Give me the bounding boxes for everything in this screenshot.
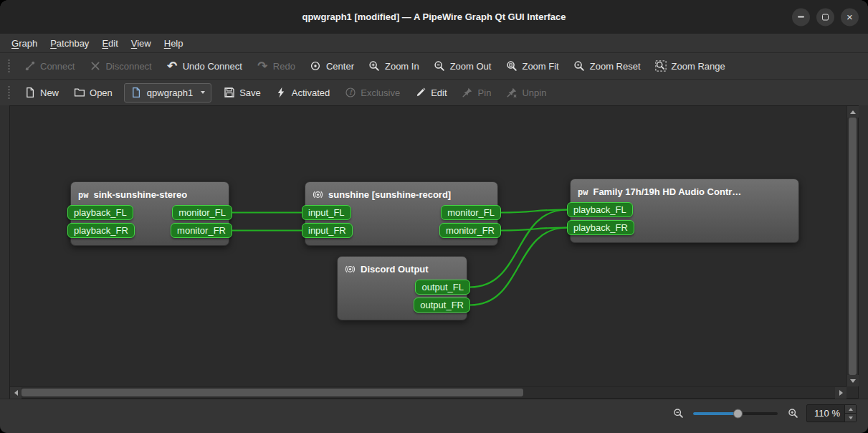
pipewire-icon: pw [578,187,588,197]
connect-icon [24,60,36,72]
scroll-up-button[interactable] [847,106,859,118]
menubar: GraphPatchbayEditViewHelp [0,34,868,52]
spin-buttons [844,405,856,422]
record-icon [313,189,323,200]
pencil-icon [414,87,426,99]
preset-file-icon [130,87,143,99]
port-out-monitor_FR[interactable]: monitor_FR [171,223,232,238]
graph-view-frame: pwsink-sunshine-stereoplayback_FLmonitor… [9,105,859,399]
zoom-reset-icon [573,60,586,72]
port-in-playback_FL[interactable]: playback_FL [67,205,133,220]
vertical-scrollbar[interactable] [846,106,858,386]
node-header: pwFamily 17h/19h HD Audio Contr… [571,183,798,201]
close-button[interactable]: × [841,8,859,26]
titlebar[interactable]: qpwgraph1 [modified] — A PipeWire Graph … [0,0,868,34]
new-button[interactable]: New [16,82,66,103]
node-header: Discord Output [338,260,467,278]
node-title: Discord Output [361,264,429,275]
window-controls: × [792,8,859,26]
node-sink[interactable]: pwsink-sunshine-stereoplayback_FLmonitor… [70,181,229,246]
zoom-out-icon [434,60,446,72]
zoom-out-small-button[interactable] [672,407,685,420]
graph-toolbar: Connect Disconnect ↶ Undo Connect ↷ Redo… [0,52,868,79]
save-icon [223,87,235,99]
spin-up-button[interactable] [845,405,856,413]
node-family[interactable]: pwFamily 17h/19h HD Audio Contr…playback… [570,179,799,243]
connect-button[interactable]: Connect [16,55,82,77]
graph-canvas[interactable]: pwsink-sunshine-stereoplayback_FLmonitor… [10,106,846,386]
zoom-value[interactable]: 110 % [807,405,844,422]
maximize-icon [822,14,829,20]
zoom-out-button[interactable]: Zoom Out [426,55,499,77]
zoom-slider[interactable] [693,412,778,415]
scroll-down-button[interactable] [847,375,859,386]
zoom-in-icon [368,60,381,72]
arrow-up-icon [850,110,856,114]
port-in-playback_FR[interactable]: playback_FR [567,220,634,235]
main-area: pwsink-sunshine-stereoplayback_FLmonitor… [0,105,868,399]
close-icon: × [846,11,853,22]
center-button[interactable]: Center [302,55,361,77]
disconnect-button[interactable]: Disconnect [82,55,158,77]
pipewire-icon: pw [78,190,88,200]
menu-patchbay[interactable]: Patchbay [44,37,95,50]
edit-toggle[interactable]: Edit [407,82,454,103]
menu-view[interactable]: View [125,37,157,50]
node-header: sunshine [sunshine-record] [305,186,497,204]
scroll-right-button[interactable] [835,387,846,399]
horizontal-scrollbar[interactable] [10,386,846,398]
unpin-button[interactable]: Unpin [498,82,553,103]
record-icon [345,264,356,275]
port-out-monitor_FL[interactable]: monitor_FL [172,205,232,220]
zoom-in-small-button[interactable] [786,407,799,420]
node-discord[interactable]: Discord Outputoutput_FLoutput_FR [337,256,467,320]
center-icon [310,60,322,72]
zoom-slider-handle[interactable] [733,409,743,418]
preset-dropdown[interactable]: qpwgraph1 [124,83,211,103]
connection-wire[interactable] [501,210,567,213]
arrow-left-icon [14,390,18,396]
menu-graph[interactable]: Graph [6,37,43,50]
lightning-icon [275,87,287,99]
port-out-output_FL[interactable]: output_FL [415,280,470,295]
redo-button[interactable]: ↷ Redo [249,55,302,77]
port-out-monitor_FL[interactable]: monitor_FL [441,205,501,220]
activated-toggle[interactable]: Activated [268,82,337,103]
save-button[interactable]: Save [216,82,268,103]
connection-wire[interactable] [501,228,567,231]
port-in-input_FL[interactable]: input_FL [302,205,351,220]
node-sunshine[interactable]: sunshine [sunshine-record]input_FLmonito… [305,181,498,246]
arrow-up-icon [849,408,853,411]
port-in-input_FR[interactable]: input_FR [302,223,353,238]
zoom-range-button[interactable]: Zoom Range [648,55,733,77]
pin-icon [462,87,474,99]
port-in-playback_FL[interactable]: playback_FL [567,202,633,217]
scroll-left-button[interactable] [10,387,22,399]
zoom-reset-button[interactable]: Zoom Reset [566,55,648,77]
zoom-range-icon [655,60,667,72]
exclusive-toggle[interactable]: f Exclusive [337,82,407,103]
zoom-in-button[interactable]: Zoom In [361,55,426,77]
connection-wires-layer [10,106,846,386]
pin-button[interactable]: Pin [454,82,499,103]
toolbar-drag-handle[interactable] [7,59,11,73]
window-title: qpwgraph1 [modified] — A PipeWire Graph … [302,11,566,22]
menu-help[interactable]: Help [158,37,189,50]
undo-connect-button[interactable]: ↶ Undo Connect [159,55,249,77]
toolbar-drag-handle[interactable] [7,85,11,100]
port-out-monitor_FR[interactable]: monitor_FR [439,223,501,238]
minimize-button[interactable] [792,8,810,26]
horizontal-scrollbar-thumb[interactable] [22,389,523,396]
menu-edit[interactable]: Edit [96,37,123,50]
chevron-down-icon [201,91,205,94]
open-button[interactable]: Open [66,82,120,103]
minimize-icon [798,16,804,18]
arrow-right-icon [839,390,843,396]
zoom-fit-button[interactable]: Zoom Fit [498,55,566,77]
vertical-scrollbar-thumb[interactable] [849,118,857,375]
maximize-button[interactable] [816,8,834,26]
zoom-spinbox[interactable]: 110 % [806,404,857,422]
port-in-playback_FR[interactable]: playback_FR [67,223,135,238]
spin-down-button[interactable] [845,413,856,422]
port-out-output_FR[interactable]: output_FR [414,298,470,313]
